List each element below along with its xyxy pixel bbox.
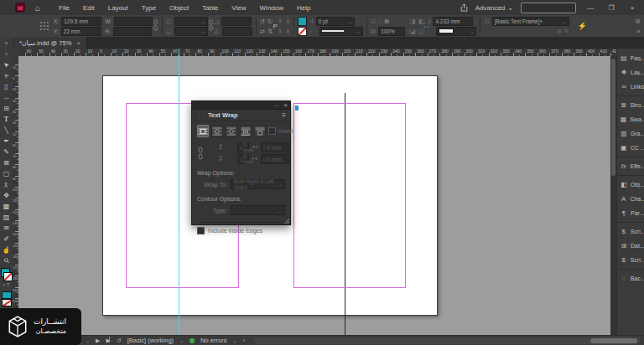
jump-object-button[interactable] (240, 125, 252, 137)
fit-content-icon[interactable]: ◪ (410, 28, 416, 35)
clear-overrides-icon[interactable]: ↺ (556, 28, 561, 35)
formatting-container-icon[interactable]: ▪ (3, 282, 5, 287)
apply-none-button[interactable] (2, 299, 12, 306)
page-number-dropdown-icon[interactable]: ⌄ (86, 337, 90, 343)
stroke-weight-dropdown[interactable]: 0 pt⌄ (316, 17, 355, 26)
go-previous-icon[interactable]: ⇞ (278, 28, 283, 35)
search-input[interactable] (521, 3, 576, 13)
dock-effects[interactable]: fx Effe... (617, 157, 644, 173)
preflight-refresh-icon[interactable]: ↺ (117, 337, 122, 344)
pen-tool[interactable]: ✒ (0, 136, 13, 147)
tools-collapse-icon[interactable]: » (0, 37, 13, 49)
scissors-tool[interactable]: ✂ (0, 179, 13, 190)
wrap-bounding-box-button[interactable] (211, 125, 223, 137)
menu-edit[interactable]: Edit (76, 4, 101, 12)
line-tool[interactable]: ╲ (0, 125, 13, 136)
flip-horizontal-icon[interactable]: ⇄ (260, 28, 265, 35)
direct-selection-tool[interactable]: ➤ (0, 70, 13, 81)
dock-background-tasks[interactable]: ◌ Bac... (617, 269, 644, 286)
dock-links[interactable]: ∞ Links (617, 80, 644, 94)
free-transform-tool[interactable]: ✥ (0, 190, 13, 201)
constrain-dimensions-icon[interactable] (153, 19, 158, 33)
dock-swatches[interactable]: ▦ Swa... (617, 112, 644, 126)
menu-help[interactable]: Help (290, 4, 317, 12)
jump-to-next-column-button[interactable] (254, 125, 266, 137)
panel-resize-grip[interactable] (284, 219, 289, 224)
dock-data-merge[interactable]: ⊞ Dat... (617, 239, 644, 253)
dock-layers[interactable]: ❖ Lay... (617, 65, 644, 80)
eyedropper-tool[interactable]: ✐ (0, 234, 13, 245)
corner-shape-dropdown[interactable]: ⌄ (436, 27, 476, 36)
menu-file[interactable]: File (52, 4, 76, 12)
dock-script-label[interactable]: $ Scri... (617, 253, 644, 267)
minimize-button[interactable]: — (584, 4, 597, 12)
shape-tool[interactable]: ▢ (0, 168, 13, 179)
dock-paragraph-styles[interactable]: ¶ Par... (617, 206, 644, 220)
horizontal-scrollbar[interactable] (254, 337, 641, 344)
stroke-style-dropdown[interactable]: ⌄ (319, 27, 363, 36)
menu-table[interactable]: Table (195, 4, 225, 12)
gear-icon[interactable]: ⚙ (635, 18, 641, 25)
hand-tool[interactable]: ☝ (0, 245, 13, 255)
gap-tool[interactable]: ↔ (0, 92, 13, 103)
drop-shadow-icon[interactable]: ⊡ (371, 18, 376, 25)
restore-button[interactable]: ❐ (605, 4, 618, 12)
menu-object[interactable]: Object (163, 4, 195, 12)
constrain-scale-icon[interactable] (208, 19, 214, 33)
transparency-icon[interactable]: □ (378, 18, 382, 25)
zoom-tool[interactable]: ⚲ (0, 255, 13, 266)
tab-close-icon[interactable]: × (76, 39, 80, 47)
pencil-tool[interactable]: ✎ (0, 147, 13, 157)
workspace-switcher[interactable]: Advanced ⌄ (475, 4, 513, 12)
opacity-field[interactable]: 100% (378, 27, 405, 36)
share-icon[interactable] (460, 3, 468, 12)
menu-window[interactable]: Window (253, 4, 290, 12)
stroke-swatch[interactable] (298, 27, 307, 36)
panel-drag-bar[interactable]: •• × (192, 101, 290, 110)
dock-object-styles[interactable]: ◧ Obj... (617, 175, 644, 192)
reference-point-proxy[interactable] (40, 22, 49, 31)
stroke-weight-stepper[interactable]: ▴▾ (312, 18, 314, 23)
formatting-text-icon[interactable]: T (7, 282, 10, 287)
object-style-dropdown[interactable]: [Basic Text Frame]+⌄ (492, 17, 569, 26)
menu-layout[interactable]: Layout (101, 4, 135, 12)
page-tool[interactable]: ▯ (0, 81, 13, 92)
vertical-ruler-guide[interactable] (179, 56, 179, 335)
select-container-icon[interactable]: ↟ (278, 18, 283, 25)
edit-style-icon[interactable]: ✎ (564, 28, 569, 35)
next-page-icon[interactable]: ▶ (96, 337, 100, 344)
content-collector-tool[interactable]: ⊞ (0, 103, 13, 114)
lightning-quick-apply-icon[interactable]: ⚡ (578, 22, 587, 30)
corner-radius-field[interactable]: 4.233 mm (433, 17, 473, 26)
close-button[interactable]: × (626, 4, 639, 12)
menu-type[interactable]: Type (135, 4, 163, 12)
x-position-field[interactable]: 129.5 mm (61, 17, 101, 26)
dock-pages[interactable]: ▤ Pag... (617, 51, 644, 65)
corner-radius-stepper[interactable]: ▴▾ (428, 18, 430, 23)
dock-character-styles[interactable]: A Cha... (617, 192, 644, 206)
preflight-status-text[interactable]: No errors (200, 337, 226, 344)
y-position-field[interactable]: 22 mm (61, 27, 101, 36)
menu-view[interactable]: View (225, 4, 252, 12)
home-icon[interactable]: ⌂ (35, 3, 40, 13)
dock-cc-libraries[interactable]: ▣ CC ... (617, 141, 644, 155)
horizontal-scrollbar-thumb[interactable] (590, 338, 637, 343)
status-dropdown-icon[interactable]: ⌄ (232, 337, 236, 343)
align-top-icon[interactable]: ◨ (410, 18, 416, 25)
note-tool[interactable]: ✉ (0, 223, 13, 234)
type-tool[interactable]: T (0, 114, 13, 125)
dock-gradient[interactable]: ▥ Gra... (617, 126, 644, 141)
panel-title[interactable]: Text Wrap (208, 111, 238, 119)
selection-tool[interactable]: ➤ (0, 59, 13, 70)
pasteboard[interactable] (18, 56, 610, 335)
panel-close-icon[interactable]: × (283, 102, 288, 109)
dock-stroke[interactable]: ≣ Stro... (617, 95, 644, 112)
select-content-icon[interactable]: ↡ (285, 18, 290, 25)
control-panel-menu-icon[interactable]: ≡ (637, 28, 641, 35)
gradient-feather-tool[interactable]: ▨ (0, 212, 13, 223)
panel-menu-icon[interactable]: ≡ (282, 111, 286, 119)
no-wrap-button[interactable] (197, 125, 209, 137)
vertical-scrollbar[interactable] (610, 56, 616, 335)
fit-frame-icon[interactable]: ◫ (418, 28, 424, 35)
effects-fx-icon[interactable]: fx (385, 18, 389, 24)
